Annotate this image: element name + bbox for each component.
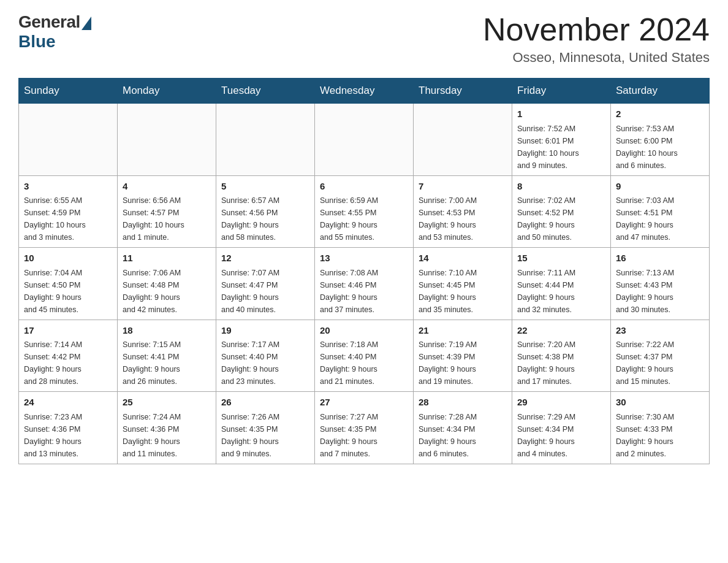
calendar-cell: 11Sunrise: 7:06 AMSunset: 4:48 PMDayligh… <box>118 248 216 320</box>
calendar-cell: 2Sunrise: 7:53 AMSunset: 6:00 PMDaylight… <box>611 104 710 176</box>
day-number: 21 <box>419 324 507 338</box>
day-info: Sunrise: 7:13 AMSunset: 4:43 PMDaylight:… <box>616 267 704 316</box>
calendar-cell: 27Sunrise: 7:27 AMSunset: 4:35 PMDayligh… <box>315 392 414 464</box>
day-number: 25 <box>123 396 211 410</box>
day-info: Sunrise: 7:30 AMSunset: 4:33 PMDaylight:… <box>616 411 704 460</box>
day-number: 13 <box>320 251 408 266</box>
calendar-cell: 5Sunrise: 6:57 AMSunset: 4:56 PMDaylight… <box>216 175 315 248</box>
weekday-header-row: SundayMondayTuesdayWednesdayThursdayFrid… <box>19 79 710 104</box>
weekday-header-saturday: Saturday <box>611 79 710 104</box>
day-info: Sunrise: 7:19 AMSunset: 4:39 PMDaylight:… <box>419 339 507 388</box>
month-title: November 2024 <box>483 12 710 47</box>
day-number: 5 <box>221 180 309 194</box>
day-info: Sunrise: 7:04 AMSunset: 4:50 PMDaylight:… <box>24 267 112 316</box>
calendar-cell: 26Sunrise: 7:26 AMSunset: 4:35 PMDayligh… <box>216 392 315 464</box>
calendar-cell: 30Sunrise: 7:30 AMSunset: 4:33 PMDayligh… <box>611 392 710 464</box>
calendar-cell <box>315 104 414 176</box>
day-info: Sunrise: 7:18 AMSunset: 4:40 PMDaylight:… <box>320 339 408 388</box>
day-info: Sunrise: 7:06 AMSunset: 4:48 PMDaylight:… <box>123 267 211 316</box>
day-info: Sunrise: 7:24 AMSunset: 4:36 PMDaylight:… <box>123 411 211 460</box>
day-number: 20 <box>320 324 408 338</box>
calendar-cell: 8Sunrise: 7:02 AMSunset: 4:52 PMDaylight… <box>512 175 611 248</box>
day-number: 23 <box>616 324 704 338</box>
calendar-cell: 17Sunrise: 7:14 AMSunset: 4:42 PMDayligh… <box>19 320 118 392</box>
day-info: Sunrise: 7:08 AMSunset: 4:46 PMDaylight:… <box>320 267 408 316</box>
day-info: Sunrise: 6:57 AMSunset: 4:56 PMDaylight:… <box>221 194 309 243</box>
page-header: General Blue November 2024 Osseo, Minnes… <box>18 12 710 66</box>
calendar-cell: 24Sunrise: 7:23 AMSunset: 4:36 PMDayligh… <box>19 392 118 464</box>
weekday-header-monday: Monday <box>118 79 216 104</box>
day-info: Sunrise: 7:29 AMSunset: 4:34 PMDaylight:… <box>517 411 605 460</box>
day-info: Sunrise: 7:00 AMSunset: 4:53 PMDaylight:… <box>419 194 507 243</box>
day-info: Sunrise: 7:03 AMSunset: 4:51 PMDaylight:… <box>616 194 704 243</box>
day-number: 14 <box>419 251 507 266</box>
day-number: 6 <box>320 180 408 194</box>
day-number: 30 <box>616 396 704 410</box>
day-number: 2 <box>616 107 704 121</box>
calendar-cell: 7Sunrise: 7:00 AMSunset: 4:53 PMDaylight… <box>414 175 512 248</box>
logo: General Blue <box>18 12 91 52</box>
calendar-cell: 1Sunrise: 7:52 AMSunset: 6:01 PMDaylight… <box>512 104 611 176</box>
day-number: 15 <box>517 251 605 266</box>
calendar-cell: 10Sunrise: 7:04 AMSunset: 4:50 PMDayligh… <box>19 248 118 320</box>
calendar-cell <box>19 104 118 176</box>
day-number: 18 <box>123 324 211 338</box>
calendar-cell: 29Sunrise: 7:29 AMSunset: 4:34 PMDayligh… <box>512 392 611 464</box>
calendar-cell <box>216 104 315 176</box>
weekday-header-tuesday: Tuesday <box>216 79 315 104</box>
day-number: 22 <box>517 324 605 338</box>
calendar-cell: 4Sunrise: 6:56 AMSunset: 4:57 PMDaylight… <box>118 175 216 248</box>
day-number: 26 <box>221 396 309 410</box>
calendar-cell: 21Sunrise: 7:19 AMSunset: 4:39 PMDayligh… <box>414 320 512 392</box>
calendar-cell: 12Sunrise: 7:07 AMSunset: 4:47 PMDayligh… <box>216 248 315 320</box>
weekday-header-thursday: Thursday <box>414 79 512 104</box>
day-info: Sunrise: 7:14 AMSunset: 4:42 PMDaylight:… <box>24 339 112 388</box>
calendar-cell: 18Sunrise: 7:15 AMSunset: 4:41 PMDayligh… <box>118 320 216 392</box>
day-info: Sunrise: 7:17 AMSunset: 4:40 PMDaylight:… <box>221 339 309 388</box>
calendar-cell: 19Sunrise: 7:17 AMSunset: 4:40 PMDayligh… <box>216 320 315 392</box>
calendar-cell: 16Sunrise: 7:13 AMSunset: 4:43 PMDayligh… <box>611 248 710 320</box>
calendar-cell: 28Sunrise: 7:28 AMSunset: 4:34 PMDayligh… <box>414 392 512 464</box>
day-number: 7 <box>419 180 507 194</box>
calendar-cell: 15Sunrise: 7:11 AMSunset: 4:44 PMDayligh… <box>512 248 611 320</box>
day-info: Sunrise: 6:59 AMSunset: 4:55 PMDaylight:… <box>320 194 408 243</box>
logo-general-text: General <box>18 12 80 32</box>
calendar-cell: 9Sunrise: 7:03 AMSunset: 4:51 PMDaylight… <box>611 175 710 248</box>
title-section: November 2024 Osseo, Minnesota, United S… <box>483 12 710 66</box>
day-number: 12 <box>221 251 309 266</box>
weekday-header-sunday: Sunday <box>19 79 118 104</box>
calendar-week-row: 10Sunrise: 7:04 AMSunset: 4:50 PMDayligh… <box>19 248 710 320</box>
day-info: Sunrise: 7:02 AMSunset: 4:52 PMDaylight:… <box>517 194 605 243</box>
calendar-cell: 14Sunrise: 7:10 AMSunset: 4:45 PMDayligh… <box>414 248 512 320</box>
day-number: 17 <box>24 324 112 338</box>
day-info: Sunrise: 6:55 AMSunset: 4:59 PMDaylight:… <box>24 194 112 243</box>
day-number: 27 <box>320 396 408 410</box>
day-info: Sunrise: 7:15 AMSunset: 4:41 PMDaylight:… <box>123 339 211 388</box>
day-info: Sunrise: 7:53 AMSunset: 6:00 PMDaylight:… <box>616 123 704 172</box>
calendar-week-row: 17Sunrise: 7:14 AMSunset: 4:42 PMDayligh… <box>19 320 710 392</box>
location-text: Osseo, Minnesota, United States <box>483 50 710 66</box>
logo-triangle-icon <box>82 17 91 30</box>
day-number: 24 <box>24 396 112 410</box>
calendar-cell <box>414 104 512 176</box>
calendar-cell: 25Sunrise: 7:24 AMSunset: 4:36 PMDayligh… <box>118 392 216 464</box>
day-number: 4 <box>123 180 211 194</box>
day-info: Sunrise: 7:27 AMSunset: 4:35 PMDaylight:… <box>320 411 408 460</box>
day-info: Sunrise: 7:10 AMSunset: 4:45 PMDaylight:… <box>419 267 507 316</box>
calendar-cell: 23Sunrise: 7:22 AMSunset: 4:37 PMDayligh… <box>611 320 710 392</box>
day-info: Sunrise: 7:23 AMSunset: 4:36 PMDaylight:… <box>24 411 112 460</box>
calendar-cell: 6Sunrise: 6:59 AMSunset: 4:55 PMDaylight… <box>315 175 414 248</box>
day-info: Sunrise: 7:28 AMSunset: 4:34 PMDaylight:… <box>419 411 507 460</box>
day-number: 11 <box>123 251 211 266</box>
day-number: 3 <box>24 180 112 194</box>
weekday-header-wednesday: Wednesday <box>315 79 414 104</box>
day-info: Sunrise: 7:26 AMSunset: 4:35 PMDaylight:… <box>221 411 309 460</box>
calendar-week-row: 3Sunrise: 6:55 AMSunset: 4:59 PMDaylight… <box>19 175 710 248</box>
day-info: Sunrise: 6:56 AMSunset: 4:57 PMDaylight:… <box>123 194 211 243</box>
calendar-cell: 20Sunrise: 7:18 AMSunset: 4:40 PMDayligh… <box>315 320 414 392</box>
calendar-cell: 3Sunrise: 6:55 AMSunset: 4:59 PMDaylight… <box>19 175 118 248</box>
calendar-cell: 22Sunrise: 7:20 AMSunset: 4:38 PMDayligh… <box>512 320 611 392</box>
day-number: 16 <box>616 251 704 266</box>
day-number: 28 <box>419 396 507 410</box>
calendar-cell <box>118 104 216 176</box>
